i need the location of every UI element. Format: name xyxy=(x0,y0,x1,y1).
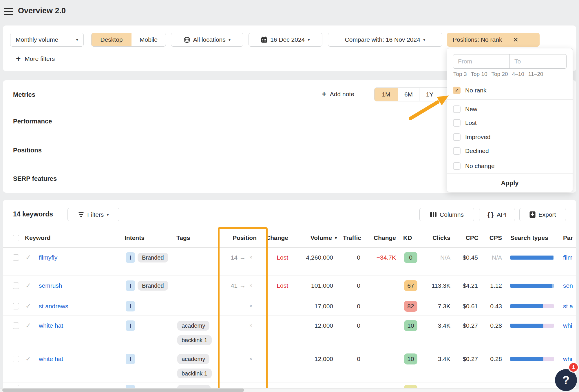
parent-keyword-link[interactable]: sen xyxy=(563,282,573,290)
notification-badge: 1 xyxy=(568,362,579,373)
position-range-inputs xyxy=(453,54,567,69)
positions-filter-chip[interactable]: Positions: No rank ✕ xyxy=(447,33,540,47)
time-range-1y[interactable]: 1Y xyxy=(419,88,440,101)
select-all-checkbox[interactable] xyxy=(13,235,19,241)
api-button[interactable]: { } API xyxy=(479,208,515,221)
row-checkbox[interactable] xyxy=(13,322,19,329)
keyword-link[interactable]: semrush xyxy=(39,282,62,290)
rank-tracker-overview-page: Overview 2.0 Monthly volume ▾ Desktop Mo… xyxy=(0,0,579,392)
kd-badge: 67 xyxy=(404,280,417,291)
horizontal-scrollbar-thumb[interactable] xyxy=(2,389,244,392)
parent-keyword-link[interactable]: st a xyxy=(563,302,573,310)
intent-badge[interactable]: I xyxy=(126,280,135,291)
option-no-change[interactable]: No change xyxy=(453,162,495,170)
keyword-link[interactable]: white hat xyxy=(39,355,63,363)
intent-badge[interactable]: I xyxy=(126,354,135,364)
time-range-6m[interactable]: 6M xyxy=(398,88,419,101)
col-header-tags[interactable]: Tags xyxy=(176,234,190,241)
row-checkbox[interactable] xyxy=(13,303,19,309)
more-filters-button[interactable]: + More filters xyxy=(16,54,55,64)
quick-range-top20[interactable]: Top 20 xyxy=(492,71,508,77)
col-header-intents[interactable]: Intents xyxy=(125,234,145,241)
col-header-clicks[interactable]: Clicks xyxy=(432,234,450,241)
option-label: Improved xyxy=(465,134,491,141)
tag-pill[interactable]: backlink 1 xyxy=(177,369,212,378)
option-lost[interactable]: Lost xyxy=(453,118,477,127)
tag-pill[interactable]: academy xyxy=(177,321,209,331)
filter-lines-icon xyxy=(78,212,84,217)
option-no-rank[interactable]: ✓ No rank xyxy=(453,86,487,95)
add-note-label: Add note xyxy=(330,91,354,98)
col-header-traffic-change[interactable]: Change xyxy=(374,234,396,241)
date-dropdown[interactable]: 16 Dec 2024 ▾ xyxy=(249,33,322,47)
keyword-link[interactable]: st andrews xyxy=(39,302,68,310)
position-value: 14→ xyxy=(231,254,246,262)
search-types-bar xyxy=(510,284,554,288)
row-checkbox[interactable] xyxy=(13,356,19,362)
keyword-link[interactable]: filmyfly xyxy=(39,254,57,262)
compare-dropdown[interactable]: Compare with: 16 Nov 2024 ▾ xyxy=(328,33,442,47)
device-toggle-mobile[interactable]: Mobile xyxy=(131,33,166,46)
option-improved[interactable]: Improved xyxy=(453,133,491,141)
parent-keyword-link[interactable]: whi xyxy=(563,355,572,363)
checkbox-icon[interactable] xyxy=(453,119,461,127)
col-header-cps[interactable]: CPS xyxy=(489,234,502,241)
quick-range-11-20[interactable]: 11–20 xyxy=(528,71,543,77)
device-toggle-desktop[interactable]: Desktop xyxy=(92,33,131,46)
change-value: Lost xyxy=(277,254,288,262)
close-icon[interactable]: ✕ xyxy=(508,33,523,47)
quick-range-links: Top 3 Top 10 Top 20 4–10 11–20 xyxy=(453,71,543,77)
option-new[interactable]: New xyxy=(453,105,477,114)
checkbox-checked-icon[interactable]: ✓ xyxy=(453,87,461,94)
intent-badge[interactable]: I xyxy=(126,252,135,263)
quick-range-top3[interactable]: Top 3 xyxy=(453,71,467,77)
col-header-parent[interactable]: Par xyxy=(563,234,573,241)
tracked-check-icon: ✓ xyxy=(25,322,31,329)
apply-button[interactable]: Apply xyxy=(447,179,573,187)
add-note-button[interactable]: + Add note xyxy=(322,87,354,101)
intent-badge[interactable]: I xyxy=(126,301,135,311)
intent-tag-pill[interactable]: Branded xyxy=(138,253,168,262)
col-header-change[interactable]: Change xyxy=(266,234,288,241)
tag-pill[interactable]: backlink 1 xyxy=(177,335,212,345)
quick-range-top10[interactable]: Top 10 xyxy=(471,71,487,77)
intent-tag-pill[interactable]: Branded xyxy=(138,281,168,291)
quick-range-4-10[interactable]: 4–10 xyxy=(512,71,524,77)
option-label: No change xyxy=(465,163,495,169)
time-range-toggle: 1M 6M 1Y xyxy=(374,87,455,101)
time-range-1m[interactable]: 1M xyxy=(375,88,398,101)
col-header-position[interactable]: Position xyxy=(233,234,257,241)
parent-keyword-link[interactable]: film xyxy=(563,254,573,262)
checkbox-icon[interactable] xyxy=(453,147,461,155)
checkbox-icon[interactable] xyxy=(453,162,461,170)
change-value: Lost xyxy=(277,282,288,290)
arrow-right-icon: → xyxy=(240,254,246,261)
table-row: ✓ st andrews I × 17,000 0 82 7.3K $0.61 … xyxy=(3,297,576,316)
col-header-keyword[interactable]: Keyword xyxy=(25,234,51,241)
volume-value: 12,000 xyxy=(315,355,333,363)
col-header-cpc[interactable]: CPC xyxy=(466,234,478,241)
row-checkbox[interactable] xyxy=(13,254,19,261)
row-checkbox[interactable] xyxy=(13,282,19,289)
columns-button[interactable]: Columns xyxy=(419,208,474,221)
volume-mode-dropdown[interactable]: Monthly volume ▾ xyxy=(10,33,84,47)
parent-keyword-link[interactable]: whi xyxy=(563,322,572,330)
keyword-link[interactable]: white hat xyxy=(39,322,63,330)
col-header-volume[interactable]: Volume ▼ xyxy=(310,234,338,241)
hamburger-menu-icon[interactable] xyxy=(4,8,13,15)
volume-value: 17,000 xyxy=(315,302,333,310)
tag-pill[interactable]: academy xyxy=(177,354,209,364)
checkbox-icon[interactable] xyxy=(453,133,461,141)
col-header-traffic[interactable]: Traffic xyxy=(343,234,361,241)
position-from-input[interactable] xyxy=(453,54,510,68)
option-declined[interactable]: Declined xyxy=(453,147,489,155)
col-header-kd[interactable]: KD xyxy=(403,234,412,241)
locations-dropdown[interactable]: All locations ▾ xyxy=(171,33,243,47)
chevron-down-icon: ▾ xyxy=(423,37,425,42)
position-to-input[interactable] xyxy=(510,54,566,68)
intent-badge[interactable]: I xyxy=(126,320,135,331)
col-header-search-types[interactable]: Search types xyxy=(510,234,548,241)
export-button[interactable]: Export xyxy=(519,208,566,221)
checkbox-icon[interactable] xyxy=(453,105,461,113)
filters-button[interactable]: Filters ▾ xyxy=(67,208,119,221)
